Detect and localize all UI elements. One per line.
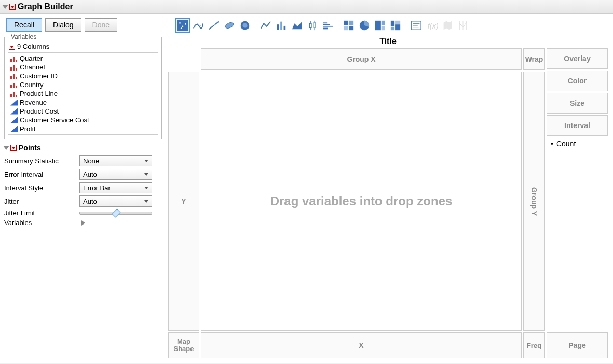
column-customer-id[interactable]: Customer ID bbox=[9, 72, 157, 80]
jitter-select[interactable]: Auto bbox=[79, 195, 152, 207]
jitter-limit-slider[interactable] bbox=[79, 212, 152, 215]
caption-chart-icon[interactable] bbox=[409, 18, 424, 33]
window-title: Graph Builder bbox=[18, 2, 73, 11]
column-revenue[interactable]: Revenue bbox=[9, 98, 157, 107]
dropzone-group-y[interactable]: Group Y bbox=[523, 72, 545, 331]
column-product-line[interactable]: Product Line bbox=[9, 89, 157, 98]
dialog-button[interactable]: Dialog bbox=[45, 18, 81, 32]
variables-fieldset: Variables 9 Columns QuarterChannelCustom… bbox=[4, 37, 162, 139]
dropzone-map-shape[interactable]: Map Shape bbox=[168, 332, 199, 358]
svg-text:f(x): f(x) bbox=[428, 22, 438, 30]
done-button: Done bbox=[85, 18, 117, 32]
red-triangle-menu-icon[interactable] bbox=[9, 4, 16, 10]
bar-chart-icon[interactable] bbox=[274, 18, 289, 33]
legend-area: Count bbox=[547, 137, 608, 148]
continuous-icon bbox=[10, 100, 18, 106]
window-header: Graph Builder bbox=[0, 0, 613, 14]
column-label: Channel bbox=[20, 63, 45, 71]
column-label: Country bbox=[20, 81, 44, 89]
svg-rect-35 bbox=[391, 27, 394, 30]
slider-thumb-icon[interactable] bbox=[112, 208, 121, 217]
column-channel[interactable]: Channel bbox=[9, 63, 157, 72]
disclosure-icon[interactable] bbox=[2, 5, 8, 9]
points-title: Points bbox=[19, 144, 41, 152]
area-chart-icon[interactable] bbox=[290, 18, 304, 33]
svg-point-5 bbox=[194, 26, 195, 27]
svg-rect-23 bbox=[323, 26, 333, 27]
dropzone-page[interactable]: Page bbox=[547, 332, 608, 358]
dropzone-color[interactable]: Color bbox=[547, 71, 608, 91]
column-product-cost[interactable]: Product Cost bbox=[9, 107, 157, 116]
line-chart-icon[interactable] bbox=[258, 18, 273, 33]
nominal-icon bbox=[10, 55, 18, 62]
jitter-label: Jitter bbox=[4, 198, 79, 205]
expand-triangle-icon[interactable] bbox=[81, 220, 85, 226]
svg-rect-37 bbox=[395, 24, 400, 30]
column-quarter[interactable]: Quarter bbox=[9, 54, 157, 63]
column-country[interactable]: Country bbox=[9, 80, 157, 89]
pie-chart-icon[interactable] bbox=[357, 18, 372, 33]
svg-rect-34 bbox=[391, 21, 394, 26]
parallel-chart-icon[interactable] bbox=[456, 18, 470, 33]
recall-button[interactable]: Recall bbox=[6, 18, 42, 32]
left-panel: Recall Dialog Done Variables 9 Columns Q… bbox=[0, 14, 166, 363]
column-customer-service-cost[interactable]: Customer Service Cost bbox=[9, 116, 157, 124]
svg-rect-24 bbox=[323, 28, 328, 30]
svg-point-11 bbox=[216, 22, 217, 23]
heatmap-chart-icon[interactable] bbox=[342, 18, 356, 33]
column-profit[interactable]: Profit bbox=[9, 124, 157, 133]
column-label: Quarter bbox=[20, 54, 43, 62]
dropzone-wrap[interactable]: Wrap bbox=[523, 48, 545, 70]
ellipse-chart-icon[interactable] bbox=[222, 18, 237, 33]
svg-rect-36 bbox=[395, 21, 400, 24]
variables-legend: Variables bbox=[9, 33, 38, 40]
smoother-chart-icon[interactable] bbox=[191, 18, 206, 33]
svg-point-1 bbox=[179, 22, 181, 24]
points-chart-icon[interactable] bbox=[175, 18, 190, 33]
dropzone-freq[interactable]: Freq bbox=[523, 332, 545, 358]
canvas-title[interactable]: Title bbox=[166, 37, 610, 46]
column-list[interactable]: QuarterChannelCustomer IDCountryProduct … bbox=[8, 52, 158, 135]
continuous-icon bbox=[10, 126, 18, 132]
plot-area[interactable]: Drag variables into drop zones bbox=[201, 72, 522, 331]
chart-toolbar: f(x) bbox=[166, 17, 610, 36]
column-label: Product Cost bbox=[20, 107, 59, 115]
svg-rect-31 bbox=[375, 21, 381, 30]
svg-point-3 bbox=[185, 23, 186, 25]
column-label: Product Line bbox=[20, 90, 58, 97]
column-label: Revenue bbox=[20, 99, 47, 106]
nominal-icon bbox=[10, 64, 18, 71]
svg-rect-29 bbox=[349, 26, 353, 30]
summary-stat-select[interactable]: None bbox=[79, 155, 152, 166]
points-disclosure-icon[interactable] bbox=[3, 146, 9, 150]
jitter-limit-label: Jitter Limit bbox=[4, 209, 79, 217]
svg-rect-15 bbox=[284, 26, 286, 30]
histogram-chart-icon[interactable] bbox=[321, 18, 335, 33]
continuous-icon bbox=[10, 108, 18, 115]
svg-rect-0 bbox=[177, 20, 188, 31]
svg-rect-33 bbox=[382, 26, 385, 30]
points-menu-icon[interactable] bbox=[10, 145, 17, 151]
columns-menu-icon[interactable] bbox=[9, 44, 15, 50]
contour-chart-icon[interactable] bbox=[238, 18, 252, 33]
formula-chart-icon[interactable]: f(x) bbox=[425, 18, 439, 33]
error-interval-select[interactable]: Auto bbox=[79, 169, 152, 180]
dropzone-size[interactable]: Size bbox=[547, 93, 608, 114]
boxplot-chart-icon[interactable] bbox=[305, 18, 320, 33]
interval-style-label: Interval Style bbox=[4, 184, 79, 192]
dropzone-x[interactable]: X bbox=[201, 332, 522, 358]
dropzone-overlay[interactable]: Overlay bbox=[547, 48, 608, 69]
map-chart-icon[interactable] bbox=[440, 18, 455, 33]
dropzone-y[interactable]: Y bbox=[168, 72, 199, 331]
interval-style-select[interactable]: Error Bar bbox=[79, 182, 152, 193]
dropzone-group-x[interactable]: Group X bbox=[201, 48, 522, 70]
continuous-icon bbox=[10, 117, 18, 123]
svg-rect-27 bbox=[349, 21, 353, 25]
treemap-chart-icon[interactable] bbox=[373, 18, 387, 33]
svg-point-2 bbox=[182, 25, 184, 27]
line-fit-chart-icon[interactable] bbox=[207, 18, 221, 33]
svg-point-4 bbox=[181, 27, 182, 29]
dropzone-interval[interactable]: Interval bbox=[547, 115, 608, 136]
mosaic-chart-icon[interactable] bbox=[388, 18, 403, 33]
svg-rect-26 bbox=[344, 21, 348, 25]
